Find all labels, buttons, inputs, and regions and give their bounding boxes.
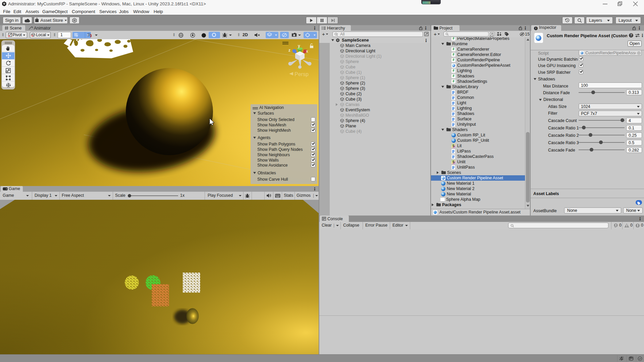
svg-text:Y: Y [76,35,78,37]
svg-text:z: z [288,48,290,53]
svg-text:Persp: Persp [294,71,309,77]
svg-text:y: y [298,44,300,48]
svg-text:x: x [306,49,308,54]
